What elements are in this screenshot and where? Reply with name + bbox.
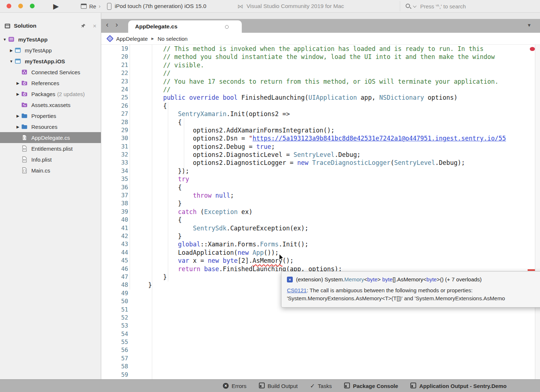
- code-line-30[interactable]: 30 options2.Dsn = "https://5a193123a9b84…: [101, 134, 540, 142]
- code-line-21[interactable]: 21 // visible.: [101, 61, 540, 69]
- code-line-20[interactable]: 20 // method you should instantiate the …: [101, 53, 540, 61]
- tree-item-assets-xcassets[interactable]: Assets.xcassets: [0, 99, 101, 110]
- tree-item-entitlements-plist[interactable]: Entitlements.plist: [0, 143, 101, 154]
- code-line-33[interactable]: 33 options2.DiagnosticLogger = new Trace…: [101, 159, 540, 167]
- code-editor[interactable]: 19 // This method is invoked when the ap…: [101, 45, 540, 379]
- tab-modified-icon: [225, 25, 229, 29]
- code-line-57[interactable]: 57: [101, 355, 540, 363]
- code-line-41[interactable]: 41 SentrySdk.CaptureException(ex);: [101, 224, 540, 232]
- code-line-29[interactable]: 29 options2.AddXamarinFormsIntegration()…: [101, 126, 540, 134]
- code-line-58[interactable]: 58: [101, 363, 540, 371]
- expand-arrow-icon[interactable]: ▶: [15, 125, 21, 129]
- app-title-label: Visual Studio Community 2019 for Mac: [247, 3, 344, 9]
- packages-folder-icon: [21, 91, 28, 97]
- code-line-52[interactable]: 52: [101, 314, 540, 322]
- statusbar-item-build-output[interactable]: Build Output: [259, 383, 298, 389]
- svg-text:{}: {}: [23, 169, 26, 173]
- code-line-23[interactable]: 23 // You have 17 seconds to return from…: [101, 78, 540, 86]
- breadcrumb-scope[interactable]: AppDelegate: [116, 36, 148, 42]
- file-health-error-indicator[interactable]: [530, 47, 535, 51]
- code-line-42[interactable]: 42 }: [101, 232, 540, 240]
- tree-item-mytestapp-ios[interactable]: ▼ myTestApp.iOS: [0, 56, 101, 67]
- error-code-link[interactable]: CS0121: [287, 287, 307, 293]
- navigate-back-icon[interactable]: ‹: [106, 20, 109, 29]
- status-bar: × Errors Build Output ✓ Tasks Package Co…: [0, 379, 540, 392]
- code-line-25[interactable]: 25 public override bool FinishedLaunchin…: [101, 94, 540, 102]
- expand-arrow-icon[interactable]: ▼: [1, 37, 8, 41]
- tree-item-appdelegate-cs[interactable]: {} AppDelegate.cs: [0, 132, 101, 143]
- tree-item-info-plist[interactable]: Info.plist: [0, 154, 101, 165]
- expand-arrow-icon[interactable]: ▶: [15, 92, 21, 96]
- error-detail: 'System.MemoryExtensions.AsMemory<T>(T[]…: [287, 294, 540, 302]
- tree-item-connected-services[interactable]: Connected Services: [0, 67, 101, 78]
- code-line-24[interactable]: 24 //: [101, 86, 540, 94]
- statusbar-item-tasks[interactable]: ✓ Tasks: [310, 383, 332, 389]
- expand-arrow-icon[interactable]: ▶: [8, 48, 15, 52]
- configuration-selector[interactable]: Re ›: [81, 0, 100, 12]
- line-number: 42: [101, 232, 133, 240]
- expand-arrow-icon[interactable]: ▶: [15, 81, 21, 85]
- tree-item-properties[interactable]: ▶ Properties: [0, 110, 101, 121]
- close-window-button[interactable]: [7, 4, 11, 8]
- tree-item-label: myTestApp: [18, 36, 48, 43]
- tab-bar: ‹ › AppDelegate.cs ▾: [101, 19, 540, 33]
- code-line-32[interactable]: 32 options2.DiagnosticLevel = SentryLeve…: [101, 151, 540, 159]
- statusbar-item-application-output-sentry-demo[interactable]: Application Output - Sentry.Demo: [410, 383, 507, 389]
- code-line-40[interactable]: 40 {: [101, 216, 540, 224]
- phone-icon: [107, 3, 111, 10]
- line-number: 28: [101, 118, 133, 126]
- assets-icon: [21, 102, 28, 108]
- code-line-45[interactable]: 45 var x = new byte[2].AsMemory();: [101, 257, 540, 265]
- code-line-26[interactable]: 26 {: [101, 102, 540, 110]
- run-button[interactable]: ▶: [53, 1, 59, 11]
- navigate-forward-icon[interactable]: ›: [115, 20, 118, 29]
- tree-item-main-cs[interactable]: {} Main.cs: [0, 165, 101, 176]
- zoom-window-button[interactable]: [30, 4, 35, 8]
- expand-arrow-icon[interactable]: ▼: [8, 59, 15, 63]
- statusbar-item-errors[interactable]: × Errors: [223, 383, 247, 389]
- code-line-28[interactable]: 28 {: [101, 118, 540, 126]
- line-number: 55: [101, 338, 133, 346]
- line-number: 34: [101, 167, 133, 175]
- vertical-scrollbar[interactable]: [535, 45, 540, 379]
- code-line-31[interactable]: 31 options2.Debug = true;: [101, 143, 540, 151]
- code-line-38[interactable]: 38 }: [101, 199, 540, 207]
- code-line-44[interactable]: 44 LoadApplication(new App());: [101, 249, 540, 257]
- code-line-22[interactable]: 22 //: [101, 69, 540, 77]
- code-line-37[interactable]: 37 throw null;: [101, 191, 540, 199]
- expand-arrow-icon[interactable]: ▶: [15, 114, 21, 118]
- tab-list-dropdown-icon[interactable]: ▾: [528, 22, 531, 28]
- indent-guide: [130, 45, 130, 289]
- tree-item-mytestapp[interactable]: ▼ myTestApp: [0, 34, 101, 45]
- code-line-19[interactable]: 19 // This method is invoked when the ap…: [101, 45, 540, 53]
- code-line-54[interactable]: 54: [101, 330, 540, 338]
- code-line-27[interactable]: 27 SentryXamarin.Init(options2 =>: [101, 110, 540, 118]
- code-line-36[interactable]: 36 {: [101, 183, 540, 191]
- tree-item-packages[interactable]: ▶ Packages (2 updates): [0, 88, 101, 99]
- line-number: 41: [101, 224, 133, 232]
- search-box[interactable]: Press '^,' to search: [400, 1, 466, 11]
- code-line-56[interactable]: 56: [101, 346, 540, 354]
- code-line-39[interactable]: 39 catch (Exception ex): [101, 208, 540, 216]
- code-line-35[interactable]: 35 try: [101, 175, 540, 183]
- scrollbar-error-marker[interactable]: [528, 269, 535, 271]
- close-icon[interactable]: ×: [93, 23, 96, 29]
- tree-item-mytestapp[interactable]: ▶ myTestApp: [0, 45, 101, 56]
- tab-appdelegate[interactable]: AppDelegate.cs: [128, 20, 242, 33]
- statusbar-item-package-console[interactable]: Package Console: [344, 383, 398, 389]
- tree-item-references[interactable]: ▶ References: [0, 78, 101, 88]
- pin-icon[interactable]: [81, 23, 86, 28]
- code-line-34[interactable]: 34 });: [101, 167, 540, 175]
- breadcrumb-selection[interactable]: No selection: [158, 36, 188, 42]
- device-selector[interactable]: iPod touch (7th generation) iOS 15.0: [107, 0, 206, 12]
- minimize-window-button[interactable]: [18, 4, 23, 8]
- vs-mac-window: { "toolbar": { "traffic_lights": {"close…: [0, 0, 540, 392]
- code-line-43[interactable]: 43 global::Xamarin.Forms.Forms.Init();: [101, 240, 540, 248]
- code-line-53[interactable]: 53: [101, 322, 540, 330]
- line-number: 20: [101, 53, 133, 61]
- solution-pad-icon: [4, 23, 11, 29]
- tree-item-resources[interactable]: ▶ Resources: [0, 121, 101, 132]
- code-line-59[interactable]: 59: [101, 371, 540, 379]
- code-line-55[interactable]: 55: [101, 338, 540, 346]
- folder-icon: [21, 112, 28, 119]
